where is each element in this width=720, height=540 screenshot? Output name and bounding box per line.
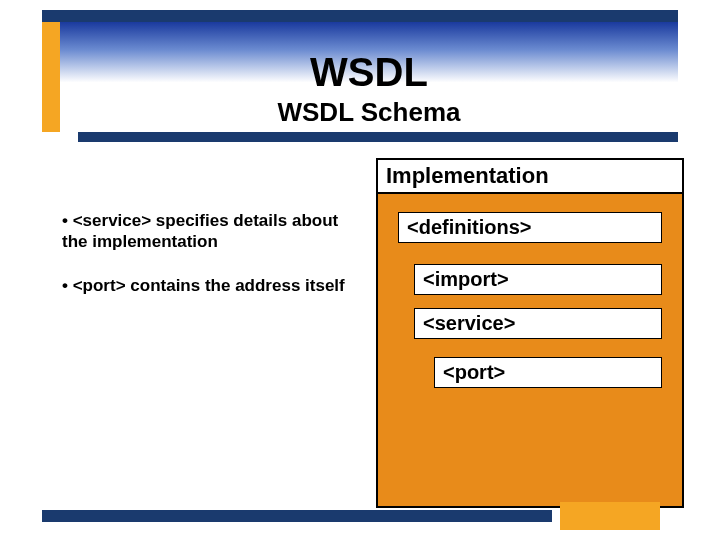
- slide-header: WSDL WSDL Schema: [60, 22, 678, 132]
- bullet-port: • <port> contains the address itself: [62, 275, 362, 296]
- left-accent: [42, 22, 60, 132]
- slide-subtitle: WSDL Schema: [60, 97, 678, 128]
- bullet-list: • <service> specifies details about the …: [62, 210, 362, 296]
- top-decor-bar: [42, 10, 678, 22]
- slide-title: WSDL: [60, 50, 678, 95]
- box-port: <port>: [434, 357, 662, 388]
- bullet-service: • <service> specifies details about the …: [62, 210, 362, 253]
- box-service: <service>: [414, 308, 662, 339]
- box-import: <import>: [414, 264, 662, 295]
- bottom-decor-bar: [42, 510, 552, 522]
- bottom-accent: [560, 502, 660, 530]
- header-underline: [78, 132, 678, 142]
- box-definitions: <definitions>: [398, 212, 662, 243]
- implementation-diagram: Implementation <definitions> <import> <s…: [376, 158, 684, 508]
- diagram-title: Implementation: [378, 160, 682, 194]
